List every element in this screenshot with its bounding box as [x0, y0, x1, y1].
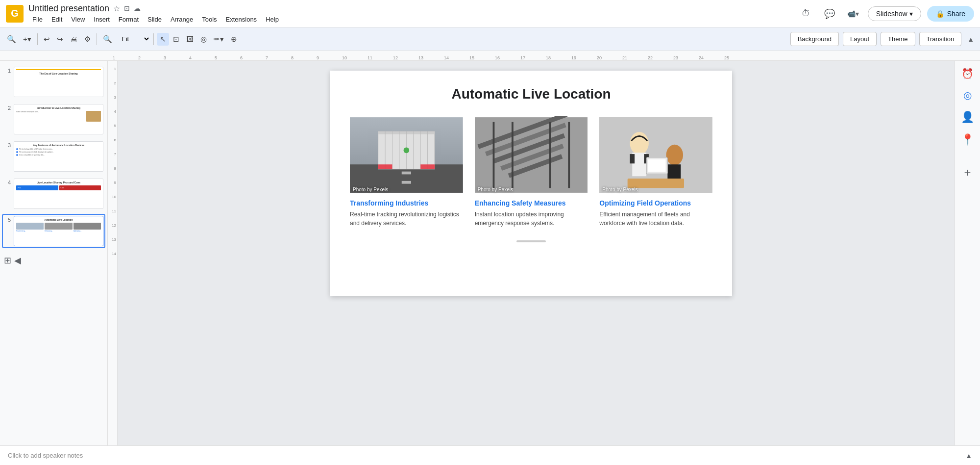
- image-tool[interactable]: 🖼: [183, 33, 196, 45]
- folder-icon[interactable]: ⊡: [124, 4, 130, 12]
- history-icon[interactable]: ⏱: [797, 5, 815, 23]
- grid-view-icon[interactable]: ⊞: [4, 255, 11, 266]
- ruler-tick-20: 20: [597, 55, 602, 60]
- ruler-tick-22: 22: [648, 55, 653, 60]
- vruler-tick5: 5: [113, 123, 117, 129]
- slide-canvas[interactable]: Automatic Live Location: [330, 71, 732, 296]
- vruler-tick6: 6: [113, 137, 117, 143]
- user-sidebar-icon[interactable]: 👤: [958, 108, 977, 127]
- background-button[interactable]: Background: [790, 32, 839, 46]
- bullet-icon-3a: [16, 148, 18, 150]
- paint-format-button[interactable]: ⚙: [81, 33, 94, 46]
- history-sidebar-icon[interactable]: ⏰: [958, 65, 977, 82]
- ruler-tick-11: 11: [368, 55, 372, 60]
- slide-col-1[interactable]: Photo by Pexels Transforming Industries …: [350, 116, 463, 228]
- vruler-tick3: 3: [113, 94, 117, 101]
- slide-item-5[interactable]: 5 Automatic Live Location Transforming..…: [2, 214, 105, 248]
- svg-rect-13: [378, 164, 392, 169]
- ruler-tick-2: 2: [138, 55, 141, 60]
- slide-item-3[interactable]: 3 Key Features of Automatic Location Dev…: [2, 139, 105, 174]
- ruler: 1234567891011121314151617181920212223242…: [0, 51, 980, 61]
- slide-thumb-1: The Era of Live-Location Sharing: [14, 67, 103, 97]
- slide-item-1[interactable]: 1 The Era of Live-Location Sharing: [2, 65, 105, 99]
- star-icon[interactable]: ☆: [113, 4, 120, 13]
- search-button[interactable]: 🔍: [4, 33, 19, 46]
- slide-item-2[interactable]: 2 Introduction to Live-Location Sharing …: [2, 102, 105, 136]
- notes-expand-icon[interactable]: ▲: [965, 452, 972, 460]
- slideshow-button[interactable]: Slideshow ▾: [868, 6, 921, 21]
- layout-button[interactable]: Layout: [843, 32, 877, 46]
- slide-thumb-3: Key Features of Automatic Location Devic…: [14, 141, 103, 172]
- slide-image-2[interactable]: Photo by Pexels: [475, 116, 588, 194]
- svg-point-32: [666, 145, 684, 165]
- progress-bar: [516, 240, 546, 242]
- vruler-tick11: 11: [111, 208, 117, 214]
- collapse-toolbar-button[interactable]: ▲: [965, 33, 976, 45]
- thumb-col-5c: Optimizing...: [74, 223, 101, 232]
- shapes-tool[interactable]: ◎: [197, 33, 210, 46]
- ruler-tick-19: 19: [571, 55, 576, 60]
- circle-check-icon[interactable]: ◎: [960, 86, 975, 104]
- separator3: [153, 33, 154, 45]
- collapse-panel-icon[interactable]: ◀: [14, 255, 21, 266]
- thumb-title-4: Live-Location Sharing Pros and Cons: [16, 181, 101, 184]
- right-sidebar: ⏰ ◎ 👤 📍 +: [955, 61, 980, 445]
- location-pin-icon[interactable]: 📍: [958, 130, 977, 149]
- slide-item-4[interactable]: 4 Live-Location Sharing Pros and Cons Pr…: [2, 177, 105, 211]
- undo-button[interactable]: ↩: [41, 33, 53, 46]
- thumb-col-5b: Enhancing...: [45, 223, 72, 232]
- redo-button[interactable]: ↪: [54, 33, 66, 46]
- slide-number-5: 5: [4, 217, 11, 223]
- ruler-tick-4: 4: [189, 55, 192, 60]
- col-body-2: Instant location updates improving emerg…: [475, 210, 588, 228]
- theme-button[interactable]: Theme: [881, 32, 915, 46]
- vruler-tick10: 10: [111, 194, 117, 200]
- add-tool[interactable]: ⊕: [228, 33, 240, 46]
- vruler-tick13: 13: [111, 236, 117, 243]
- menu-help[interactable]: Help: [262, 15, 283, 24]
- slide-thumb-2: Introduction to Live-Location Sharing So…: [14, 104, 103, 134]
- col-title-3: Optimizing Field Operations: [599, 199, 712, 207]
- menu-insert[interactable]: Insert: [90, 15, 114, 24]
- menu-format[interactable]: Format: [115, 15, 143, 24]
- img-caption-1: Photo by Pexels: [353, 187, 388, 192]
- zoom-button[interactable]: 🔍: [100, 33, 115, 46]
- frame-tool[interactable]: ⊡: [170, 33, 182, 46]
- slide-col-2[interactable]: Photo by Pexels Enhancing Safety Measure…: [475, 116, 588, 228]
- ruler-tick-7: 7: [266, 55, 268, 60]
- zoom-select[interactable]: Fit 50% 75% 100% 125% 150%: [116, 33, 150, 45]
- slide-col-3[interactable]: Photo by Pexels Optimizing Field Operati…: [599, 116, 712, 228]
- title-bar: G Untitled presentation ☆ ⊡ ☁ File Edit …: [0, 0, 980, 27]
- menu-extensions[interactable]: Extensions: [222, 15, 261, 24]
- slide-number-1: 1: [4, 68, 11, 74]
- comment-icon[interactable]: 💬: [821, 5, 838, 23]
- bullet-text-3b: The continuously refreshed, allowing to …: [19, 151, 53, 153]
- pen-tool[interactable]: ✏▾: [211, 33, 227, 46]
- menu-edit[interactable]: Edit: [48, 15, 66, 24]
- share-button[interactable]: 🔒 Share: [927, 6, 974, 22]
- menu-file[interactable]: File: [28, 15, 47, 24]
- add-sidebar-button[interactable]: +: [961, 163, 974, 182]
- menu-view[interactable]: View: [67, 15, 89, 24]
- notes-placeholder[interactable]: Click to add speaker notes: [8, 452, 83, 459]
- menu-arrange[interactable]: Arrange: [167, 15, 197, 24]
- transition-button[interactable]: Transition: [919, 32, 962, 46]
- notes-bar[interactable]: Click to add speaker notes ▲: [0, 445, 980, 465]
- print-button[interactable]: 🖨: [67, 33, 80, 45]
- img-caption-3: Photo by Pexels: [602, 187, 637, 192]
- menu-slide[interactable]: Slide: [144, 15, 166, 24]
- thumb-title-2: Introduction to Live-Location Sharing: [16, 106, 101, 109]
- ruler-tick-10: 10: [342, 55, 347, 60]
- img-caption-2: Photo by Pexels: [478, 187, 513, 192]
- menu-tools[interactable]: Tools: [198, 15, 220, 24]
- slide-image-3[interactable]: Photo by Pexels: [599, 116, 712, 194]
- slide-image-1[interactable]: Photo by Pexels: [350, 116, 463, 194]
- svg-point-28: [630, 132, 649, 155]
- zoom-in-button[interactable]: +▾: [20, 33, 34, 46]
- thumb-pros-box: Pros: [16, 185, 58, 190]
- select-tool[interactable]: ↖: [157, 33, 169, 46]
- meet-icon[interactable]: 📹▾: [844, 5, 862, 23]
- canvas-area[interactable]: 1 2 3 4 5 6 7 8 9 10 11 12 13 14 Automat…: [108, 61, 955, 445]
- cloud-icon[interactable]: ☁: [134, 4, 141, 12]
- svg-rect-14: [420, 164, 435, 169]
